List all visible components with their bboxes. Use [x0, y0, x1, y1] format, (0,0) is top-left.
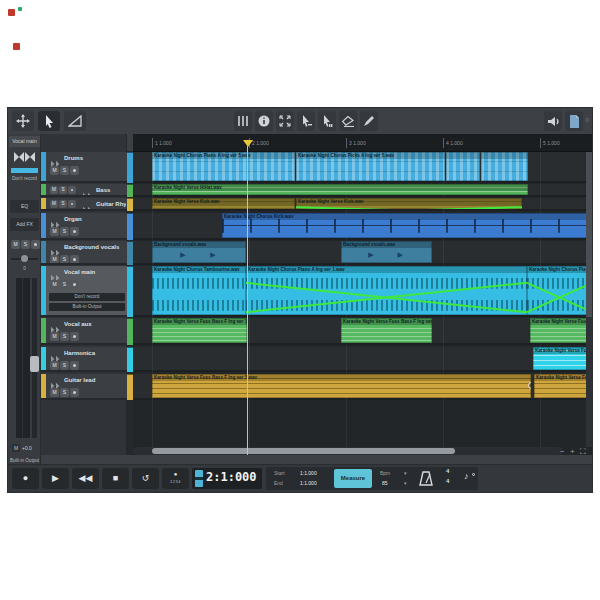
- track-header-harmonica[interactable]: HarmonicaMS: [41, 347, 127, 372]
- level-bar[interactable]: [11, 168, 38, 173]
- fader-handle[interactable]: [30, 356, 39, 372]
- end-value[interactable]: 1:1.000: [300, 480, 317, 486]
- audio-clip[interactable]: Karaoke Night Chorus Kick.wav: [222, 213, 592, 238]
- play-button[interactable]: ▶: [42, 468, 69, 489]
- quantize-note-icon[interactable]: ♪: [464, 471, 469, 481]
- track-header-vocal-main[interactable]: Vocal mainMSDon't recordBuilt-in Output: [41, 266, 127, 317]
- audio-clip[interactable]: Karaoke Night Verse Fuss Bass F Ing ver …: [341, 318, 432, 343]
- monitor-button-vocal-main[interactable]: [70, 280, 79, 289]
- volume-fader[interactable]: [32, 278, 37, 438]
- time-display[interactable]: 2:1:000: [206, 470, 257, 484]
- audio-clip[interactable]: Karaoke Night Verse Kick.wav: [152, 198, 295, 209]
- audio-clip[interactable]: [481, 152, 528, 181]
- bpm-up-caret[interactable]: ▾: [404, 470, 407, 476]
- monitor-button[interactable]: [544, 111, 562, 131]
- eraser-tool-button[interactable]: [339, 111, 357, 131]
- channel-title[interactable]: Vocal main: [9, 136, 40, 147]
- trim-tool-button[interactable]: [297, 111, 315, 131]
- strip-monitor-button[interactable]: [31, 240, 40, 249]
- audio-clip[interactable]: Karaoke Night Verse Fuss Bass F Ing ver …: [534, 374, 592, 398]
- audio-clip[interactable]: Karaoke Night Chorus Piano A Ing ver 1.w…: [246, 266, 527, 315]
- mute-button-vocal-main[interactable]: M: [50, 280, 59, 289]
- track-header-bass[interactable]: MSBass: [41, 184, 127, 197]
- transform-button[interactable]: [276, 111, 294, 131]
- output-dropdown[interactable]: Built-in Output: [49, 303, 125, 311]
- pan-knob[interactable]: [21, 255, 28, 262]
- loop-button[interactable]: ↺: [132, 468, 159, 489]
- audio-clip[interactable]: Karaoke Night Verse Fuss Bass F Ing ver …: [533, 347, 592, 370]
- mono-button[interactable]: M: [12, 444, 20, 452]
- audio-clip[interactable]: Karaoke Night Verse Fuss Bass F Ing ver …: [152, 374, 531, 398]
- track-header-drums[interactable]: DrumsMS: [41, 152, 127, 183]
- metronome-icon[interactable]: [418, 471, 434, 486]
- zoom-in-icon[interactable]: +: [570, 448, 575, 456]
- mute-button-guitar-lead[interactable]: M: [50, 388, 59, 397]
- pencil-tool-button[interactable]: [360, 111, 378, 131]
- track-header-guitar-rhythm[interactable]: MSGuitar Rhythm: [41, 198, 127, 211]
- bpm-value[interactable]: 85: [382, 480, 388, 486]
- monitor-button-bass[interactable]: [68, 186, 76, 194]
- mute-button-bass[interactable]: M: [50, 186, 58, 194]
- solo-button-background-vocals[interactable]: S: [60, 255, 69, 264]
- playhead-line[interactable]: [247, 146, 248, 455]
- timeline-ruler[interactable]: 1 1.0002 1.0003 1.0004 1.0005 1.000: [133, 134, 592, 152]
- solo-button-harmonica[interactable]: S: [60, 361, 69, 370]
- audio-clip[interactable]: Karaoke Night Chorus Piano A Ing ver 5.w…: [152, 152, 295, 181]
- audio-clip[interactable]: Background vocals.wav▶▶: [152, 241, 246, 263]
- monitor-button-organ[interactable]: [70, 227, 79, 236]
- mute-button-background-vocals[interactable]: M: [50, 255, 59, 264]
- track-header-vocal-aux[interactable]: Vocal auxMS: [41, 318, 127, 345]
- mute-button-guitar-rhythm[interactable]: M: [50, 200, 58, 208]
- mini-fader-icon[interactable]: [195, 470, 203, 487]
- record-button[interactable]: ●: [12, 468, 39, 489]
- record-mode-dropdown[interactable]: Don't record: [49, 293, 125, 301]
- monitor-button-background-vocals[interactable]: [70, 255, 79, 264]
- pan-slider[interactable]: [11, 258, 38, 260]
- fade-tool[interactable]: [64, 111, 86, 131]
- start-value[interactable]: 1:1.000: [300, 470, 317, 476]
- timesig-numerator[interactable]: 4: [446, 468, 449, 474]
- track-header-organ[interactable]: OrganMS: [41, 213, 127, 240]
- stop-button[interactable]: ■: [102, 468, 129, 489]
- record-mode-label[interactable]: Don't record: [8, 176, 41, 181]
- monitor-button-harmonica[interactable]: [70, 361, 79, 370]
- track-header-guitar-lead[interactable]: Guitar leadMS: [41, 374, 127, 400]
- info-button[interactable]: [255, 111, 273, 131]
- grid-view-button[interactable]: [234, 111, 252, 131]
- pointer-tool[interactable]: [38, 111, 60, 131]
- solo-button-drums[interactable]: S: [60, 166, 69, 175]
- notes-button[interactable]: [565, 111, 583, 131]
- add-fx-button[interactable]: Add FX: [10, 218, 39, 231]
- zoom-out-icon[interactable]: −: [560, 448, 565, 456]
- mute-button-drums[interactable]: M: [50, 166, 59, 175]
- bpm-down-caret[interactable]: ▾: [404, 480, 407, 486]
- audio-clip[interactable]: Background vocals.wav▶▶: [341, 241, 432, 263]
- output-label[interactable]: Built-in Output: [8, 458, 41, 463]
- audio-clip[interactable]: Karaoke Night Verse Fuss Bass F Ing ver …: [530, 318, 592, 343]
- audio-clip[interactable]: [446, 152, 480, 181]
- track-header-background-vocals[interactable]: Background vocalsMS: [41, 241, 127, 265]
- solo-button-bass[interactable]: S: [59, 186, 67, 194]
- audio-clip[interactable]: Karaoke Night Verse HiHat.wav: [152, 184, 528, 195]
- audio-clip[interactable]: Karaoke Night Chorus Tambourine.wav: [152, 266, 246, 315]
- playhead-marker[interactable]: [243, 140, 253, 147]
- options-dot-icon[interactable]: ○: [585, 116, 589, 123]
- timesig-denominator[interactable]: 4: [446, 478, 449, 484]
- measure-button[interactable]: Measure: [334, 469, 372, 488]
- audio-clip[interactable]: Karaoke Night Verse Kick.wav: [296, 198, 522, 209]
- rewind-button[interactable]: ◀◀: [72, 468, 99, 489]
- scrollbar-thumb[interactable]: [152, 448, 455, 454]
- mute-button-harmonica[interactable]: M: [50, 361, 59, 370]
- scrollbar-thumb[interactable]: [586, 152, 592, 317]
- solo-button-guitar-lead[interactable]: S: [60, 388, 69, 397]
- strip-mute-button[interactable]: M: [11, 240, 20, 249]
- audio-clip[interactable]: Karaoke Night Verse Fuss Bass F Ing ver …: [152, 318, 247, 343]
- audio-clip[interactable]: Karaoke Night Chorus Piano A Ing ver 1.w…: [527, 266, 592, 315]
- mute-button-vocal-aux[interactable]: M: [50, 332, 59, 341]
- mute-button-organ[interactable]: M: [50, 227, 59, 236]
- fit-view-icon[interactable]: ⛶: [580, 448, 586, 456]
- solo-button-organ[interactable]: S: [60, 227, 69, 236]
- audio-clip[interactable]: Karaoke Night Chorus Picks A Ing ver 5.w…: [296, 152, 445, 181]
- eq-button[interactable]: EQ: [10, 200, 39, 213]
- clip-end-handle[interactable]: [528, 382, 531, 389]
